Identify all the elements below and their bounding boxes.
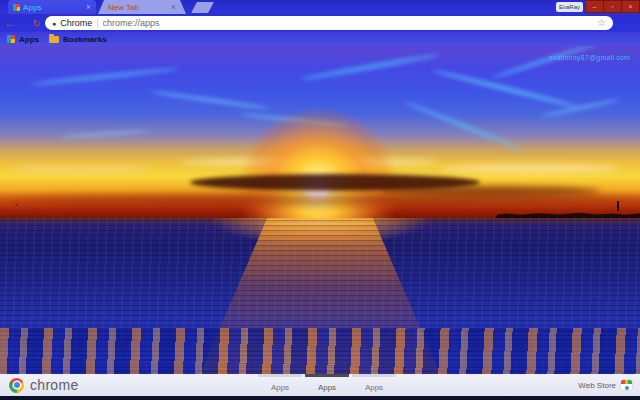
bookmark-star-icon[interactable]: ☆ xyxy=(597,18,606,28)
refresh-icon[interactable]: ↻ xyxy=(30,14,43,32)
chrome-brand: chrome xyxy=(9,374,78,396)
cumulus-cloud xyxy=(440,164,620,173)
apps-section-tab-active[interactable]: Apps xyxy=(305,374,349,396)
url-text[interactable]: chrome://apps xyxy=(103,18,593,28)
apps-grid-icon xyxy=(13,4,20,11)
section-label: Apps xyxy=(365,383,383,392)
bookmark-item-apps[interactable]: Apps xyxy=(7,35,39,44)
site-icon: ● xyxy=(52,20,56,27)
bird-silhouette: ˅ xyxy=(15,203,19,208)
watermark-email: evatimray87@gmail.com xyxy=(549,54,630,61)
tab-strip: Apps × New Tab × EvaRay – ▫ × xyxy=(0,0,640,14)
tab-label: New Tab xyxy=(108,3,168,12)
url-separator: | xyxy=(96,18,98,28)
tab-close-icon[interactable]: × xyxy=(171,3,176,12)
sunset-sea-background: ˅ evatimray87@gmail.com xyxy=(0,46,640,374)
address-bar[interactable]: ● Chrome | chrome://apps ☆ xyxy=(45,16,613,30)
toolbar: ← → ↻ ● Chrome | chrome://apps ☆ ⋮ xyxy=(0,14,640,32)
brand-name: chrome xyxy=(30,377,78,393)
section-indicator xyxy=(352,374,396,377)
apps-grid-icon xyxy=(7,35,15,43)
section-indicator xyxy=(305,374,349,377)
tab-new-tab[interactable]: New Tab × xyxy=(98,0,186,14)
section-label: Apps xyxy=(271,383,289,392)
apps-section-tab[interactable]: Apps xyxy=(258,374,302,396)
dark-horizon-cloud xyxy=(380,186,600,196)
dark-horizon-cloud xyxy=(0,194,640,206)
browser-window: Apps × New Tab × EvaRay – ▫ × ← → ↻ ● Ch… xyxy=(0,0,640,400)
tab-apps[interactable]: Apps × xyxy=(8,0,96,14)
bookmark-label: Apps xyxy=(19,35,39,44)
section-indicator xyxy=(258,374,302,377)
tab-close-icon[interactable]: × xyxy=(86,3,91,12)
new-tab-button[interactable] xyxy=(191,2,214,13)
window-controls: – ▫ × xyxy=(585,0,640,13)
maximize-button[interactable]: ▫ xyxy=(604,1,621,12)
chrome-logo-icon xyxy=(9,378,24,393)
tab-label: Apps xyxy=(23,3,83,12)
ship-mast-silhouette xyxy=(617,201,619,211)
web-store-icon xyxy=(621,380,632,390)
bottom-edge-strip xyxy=(0,396,640,400)
bookmarks-bar: Apps Bookmarks xyxy=(0,32,640,46)
bookmark-item-bookmarks[interactable]: Bookmarks xyxy=(49,35,107,44)
folder-icon xyxy=(49,36,59,43)
foreground-wave-streaks xyxy=(0,328,640,374)
apps-section-tab[interactable]: Apps xyxy=(352,374,396,396)
site-name: Chrome xyxy=(60,18,92,28)
apps-section-nav: Apps Apps Apps xyxy=(258,374,396,396)
minimize-button[interactable]: – xyxy=(586,1,603,12)
bookmark-label: Bookmarks xyxy=(63,35,107,44)
web-store-label: Web Store xyxy=(578,381,616,390)
back-icon[interactable]: ← xyxy=(3,14,16,32)
cumulus-cloud xyxy=(10,166,150,173)
forward-icon[interactable]: → xyxy=(17,14,29,32)
web-store-link[interactable]: Web Store xyxy=(578,374,632,396)
close-button[interactable]: × xyxy=(622,1,639,12)
section-label: Apps xyxy=(318,383,336,392)
bottom-bar: chrome Apps Apps Apps Web Store xyxy=(0,374,640,396)
profile-button[interactable]: EvaRay xyxy=(556,2,583,12)
